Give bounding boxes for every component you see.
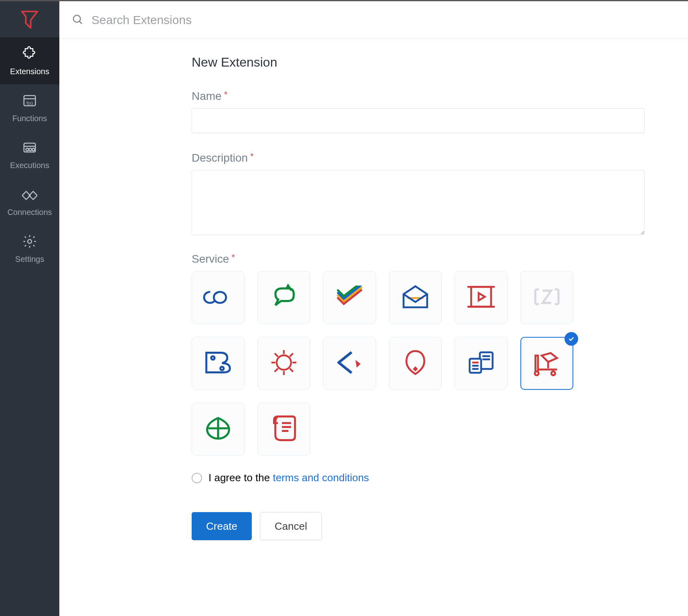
- service-tile-people[interactable]: [192, 403, 245, 456]
- billing-icon: [270, 414, 298, 444]
- crm-icon: [203, 285, 233, 310]
- main-area: New Extension Name * Description * Servi…: [59, 1, 688, 616]
- function-icon: f(x): [22, 93, 37, 110]
- showtime-icon: [466, 284, 496, 311]
- sidebar-item-settings[interactable]: Settings: [0, 225, 59, 272]
- service-tile-inventory[interactable]: [520, 337, 573, 390]
- svg-line-24: [290, 369, 293, 372]
- svg-point-17: [221, 367, 224, 370]
- mail-icon: [401, 283, 430, 312]
- terms-row: I agree to the terms and conditions: [192, 472, 645, 484]
- connections-icon: [22, 187, 37, 204]
- people-icon: [203, 415, 233, 443]
- service-tile-cliq[interactable]: [257, 271, 310, 324]
- cancel-button[interactable]: Cancel: [260, 512, 322, 540]
- sidebar-item-extensions[interactable]: Extensions: [0, 37, 59, 84]
- recruit-icon: [402, 349, 429, 378]
- service-tile-crm[interactable]: [192, 271, 245, 324]
- search-icon: [71, 13, 83, 27]
- svg-point-10: [28, 239, 32, 243]
- sidebar-item-label: Executions: [10, 161, 49, 170]
- service-tile-recruit[interactable]: [389, 337, 442, 390]
- name-input[interactable]: [192, 108, 645, 133]
- projects-icon: [335, 286, 364, 310]
- service-tile-bigin[interactable]: [192, 337, 245, 390]
- search-input[interactable]: [91, 13, 676, 27]
- svg-point-18: [277, 355, 291, 370]
- form-content: New Extension Name * Description * Servi…: [59, 39, 677, 556]
- service-grid: [192, 271, 593, 456]
- svg-point-7: [32, 148, 34, 151]
- terms-text: I agree to the terms and conditions: [208, 472, 369, 484]
- puzzle-icon: [22, 46, 37, 63]
- sidebar-item-label: Functions: [12, 114, 47, 123]
- svg-line-26: [290, 353, 293, 357]
- terms-link[interactable]: terms and conditions: [273, 472, 369, 484]
- svg-line-12: [79, 21, 82, 24]
- bigin-icon: [204, 350, 233, 377]
- svg-line-25: [275, 369, 278, 372]
- service-tile-orchestly[interactable]: [455, 337, 508, 390]
- service-tile-mail[interactable]: [389, 271, 442, 324]
- creator-icon: [335, 349, 364, 377]
- zoho-icon: [532, 286, 562, 310]
- svg-point-35: [551, 371, 555, 375]
- service-tile-bugtracker[interactable]: [257, 337, 310, 390]
- required-mark: *: [224, 89, 228, 100]
- svg-point-34: [535, 371, 539, 375]
- svg-text:f(x): f(x): [26, 101, 33, 105]
- sidebar-item-label: Connections: [7, 208, 52, 217]
- create-button[interactable]: Create: [192, 512, 252, 540]
- service-tile-creator[interactable]: [323, 337, 376, 390]
- sidebar: Extensions f(x) Functions Executions: [0, 1, 59, 616]
- executions-icon: [22, 140, 37, 157]
- cliq-icon: [270, 283, 298, 312]
- gear-icon: [22, 234, 37, 251]
- service-tile-zoho[interactable]: [520, 271, 573, 324]
- selected-check-icon: [565, 332, 578, 346]
- svg-point-16: [211, 356, 214, 359]
- svg-rect-15: [471, 287, 491, 307]
- service-tile-showtime[interactable]: [455, 271, 508, 324]
- svg-point-6: [29, 148, 31, 151]
- sidebar-item-connections[interactable]: Connections: [0, 178, 59, 225]
- required-mark: *: [250, 151, 254, 162]
- svg-point-5: [26, 148, 28, 151]
- bugtracker-icon: [269, 348, 298, 379]
- sidebar-item-functions[interactable]: f(x) Functions: [0, 84, 59, 131]
- button-row: Create Cancel: [192, 512, 645, 540]
- svg-line-23: [275, 353, 278, 357]
- service-label: Service *: [192, 253, 645, 265]
- terms-radio[interactable]: [192, 473, 202, 483]
- search-bar: [59, 1, 688, 39]
- sidebar-item-label: Extensions: [10, 67, 49, 76]
- brand-logo: [0, 1, 59, 37]
- service-tile-projects[interactable]: [323, 271, 376, 324]
- sidebar-item-label: Settings: [15, 255, 44, 264]
- orchestly-icon: [467, 350, 495, 377]
- sidebar-item-executions[interactable]: Executions: [0, 131, 59, 178]
- service-tile-billing[interactable]: [257, 403, 310, 456]
- description-input[interactable]: [192, 170, 645, 235]
- svg-point-11: [73, 15, 81, 22]
- name-label: Name *: [192, 90, 645, 103]
- description-label: Description *: [192, 152, 645, 164]
- required-mark: *: [231, 252, 235, 263]
- inventory-icon: [532, 349, 562, 378]
- page-title: New Extension: [192, 55, 645, 70]
